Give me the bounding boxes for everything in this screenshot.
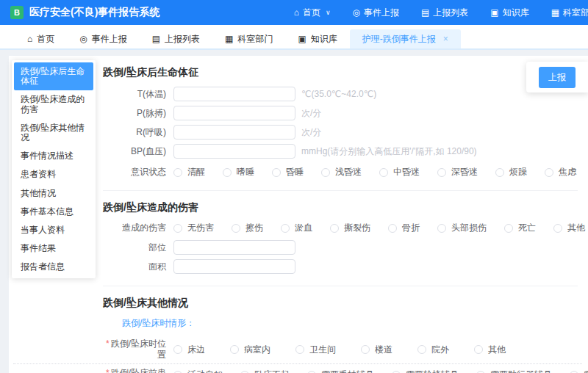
radio-circle-icon[interactable] bbox=[295, 345, 304, 354]
radio-option[interactable]: 需要假肢辅具 bbox=[570, 369, 588, 373]
temperature-input[interactable] bbox=[173, 87, 295, 101]
radio-option[interactable]: 需要助行器辅具 bbox=[476, 369, 552, 373]
radio-circle-icon[interactable] bbox=[281, 224, 290, 233]
radio-option-label: 浅昏迷 bbox=[335, 166, 362, 178]
close-icon[interactable]: × bbox=[443, 34, 448, 44]
area-input[interactable] bbox=[173, 259, 295, 274]
main-content: 跌倒/坠床后生命体征 跌倒/坠床造成的伤害 跌倒/坠床其他情况 事件情况描述 患… bbox=[9, 56, 588, 373]
radio-option[interactable]: 清醒 bbox=[173, 166, 205, 178]
radio-option[interactable]: 病室内 bbox=[230, 344, 270, 356]
radio-circle-icon[interactable] bbox=[330, 224, 339, 233]
radio-option-label: 其他 bbox=[567, 222, 585, 234]
sidebar-item[interactable]: 当事人资料 bbox=[14, 221, 93, 239]
radio-circle-icon[interactable] bbox=[361, 345, 370, 354]
radio-option[interactable]: 擦伤 bbox=[232, 222, 263, 234]
radio-option[interactable]: 烦躁 bbox=[495, 166, 527, 178]
sidebar-item[interactable]: 其他情况 bbox=[14, 184, 93, 203]
radio-option[interactable]: 卧床不起 bbox=[240, 369, 290, 373]
sidebar-item[interactable]: 患者资料 bbox=[14, 165, 93, 184]
radio-circle-icon[interactable] bbox=[321, 168, 330, 177]
radio-option[interactable]: 需要手杖辅具 bbox=[307, 369, 374, 373]
radio-option[interactable]: 需要轮椅辅具 bbox=[392, 369, 459, 373]
field-label: BP(血压) bbox=[103, 146, 173, 157]
radio-option[interactable]: 无伤害 bbox=[173, 222, 214, 234]
radio-option[interactable]: 院外 bbox=[417, 344, 449, 356]
radio-circle-icon[interactable] bbox=[417, 345, 426, 354]
radio-circle-icon[interactable] bbox=[232, 224, 240, 233]
blood-pressure-input[interactable] bbox=[173, 144, 295, 159]
form-row-blood-pressure: BP(血压) mmHg(请分别输入高低压用'/'隔开,如 120/90) bbox=[103, 144, 578, 159]
radio-option[interactable]: 活动自如 bbox=[173, 369, 223, 373]
radio-circle-icon[interactable] bbox=[388, 224, 397, 233]
tab[interactable]: ▤ 上报列表 bbox=[140, 29, 212, 48]
header-nav-item[interactable]: ⌂ 首页 ∨ bbox=[294, 7, 331, 19]
tab[interactable]: 护理-跌倒事件上报 × bbox=[350, 29, 461, 48]
radio-circle-icon[interactable] bbox=[476, 371, 485, 373]
radio-option[interactable]: 床边 bbox=[173, 344, 205, 356]
radio-option[interactable]: 楼道 bbox=[361, 344, 392, 356]
radio-circle-icon[interactable] bbox=[495, 168, 504, 177]
submit-button[interactable]: 上报 bbox=[539, 67, 576, 88]
radio-option[interactable]: 头部损伤 bbox=[437, 222, 487, 234]
header-nav-item[interactable]: ▤ 上报列表 bbox=[421, 7, 468, 19]
radio-circle-icon[interactable] bbox=[545, 168, 553, 177]
radio-circle-icon[interactable] bbox=[230, 345, 239, 354]
fall-circumstance-link[interactable]: 跌倒/坠床时情形： bbox=[122, 317, 578, 330]
pulse-input[interactable] bbox=[173, 106, 295, 120]
radio-circle-icon[interactable] bbox=[173, 345, 182, 354]
radio-option[interactable]: 中昏迷 bbox=[379, 166, 420, 178]
radio-circle-icon[interactable] bbox=[173, 168, 182, 177]
radio-circle-icon[interactable] bbox=[437, 168, 446, 177]
radio-option[interactable]: 其他 bbox=[553, 222, 585, 234]
tab[interactable]: ▦ 科室部门 bbox=[212, 29, 285, 48]
radio-circle-icon[interactable] bbox=[392, 371, 401, 373]
respiration-input[interactable] bbox=[173, 125, 295, 140]
radio-option[interactable]: 深昏迷 bbox=[437, 166, 478, 178]
sidebar-item[interactable]: 跌倒/坠床造成的伤害 bbox=[14, 90, 93, 118]
home-icon: ⌂ bbox=[294, 8, 299, 17]
sidebar-item[interactable]: 跌倒/坠床其他情况 bbox=[14, 119, 93, 147]
bottom-dotted-divider bbox=[13, 363, 582, 364]
radio-option[interactable]: 昏睡 bbox=[272, 166, 304, 178]
tab[interactable]: ⌂ 首页 bbox=[15, 29, 67, 48]
radio-circle-icon[interactable] bbox=[272, 168, 281, 177]
tab[interactable]: ▣ 知识库 bbox=[285, 29, 349, 48]
radio-circle-icon[interactable] bbox=[553, 224, 562, 233]
radio-option[interactable]: 浅昏迷 bbox=[321, 166, 362, 178]
header-nav-label: 事件上报 bbox=[364, 7, 399, 19]
radio-option[interactable]: 嗜睡 bbox=[223, 166, 254, 178]
field-label: T(体温) bbox=[103, 89, 173, 100]
radio-option-label: 卫生间 bbox=[309, 344, 336, 356]
home-icon: ⌂ bbox=[27, 34, 32, 44]
body-part-input[interactable] bbox=[173, 240, 295, 255]
report-list-icon: ▤ bbox=[152, 34, 160, 44]
radio-option[interactable]: 焦虑 bbox=[545, 166, 576, 178]
radio-circle-icon[interactable] bbox=[173, 224, 182, 233]
radio-option[interactable]: 其他 bbox=[474, 344, 506, 356]
radio-circle-icon[interactable] bbox=[504, 224, 513, 233]
department-icon: ▦ bbox=[551, 8, 559, 17]
form-row-injury-type: 造成的伤害 无伤害擦伤淤血撕裂伤骨折头部损伤死亡其他 bbox=[103, 222, 578, 234]
tab[interactable]: ◎ 事件上报 bbox=[67, 29, 139, 48]
radio-circle-icon[interactable] bbox=[437, 224, 446, 233]
sidebar-item[interactable]: 报告者信息 bbox=[14, 258, 93, 276]
radio-option[interactable]: 死亡 bbox=[504, 222, 536, 234]
sidebar-item[interactable]: 跌倒/坠床后生命体征 bbox=[14, 62, 93, 90]
radio-option[interactable]: 卫生间 bbox=[295, 344, 336, 356]
radio-circle-icon[interactable] bbox=[173, 371, 182, 373]
header-nav-item[interactable]: ▦ 科室部门 bbox=[551, 7, 588, 19]
radio-circle-icon[interactable] bbox=[223, 168, 232, 177]
radio-option[interactable]: 骨折 bbox=[388, 222, 420, 234]
header-nav-item[interactable]: ▣ 知识库 bbox=[490, 7, 528, 19]
header-nav-item[interactable]: ◎ 事件上报 bbox=[352, 7, 398, 19]
radio-circle-icon[interactable] bbox=[474, 345, 483, 354]
radio-circle-icon[interactable] bbox=[307, 371, 316, 373]
sidebar-item[interactable]: 事件情况描述 bbox=[14, 147, 93, 165]
radio-option[interactable]: 撕裂伤 bbox=[330, 222, 370, 234]
radio-circle-icon[interactable] bbox=[240, 371, 249, 373]
radio-circle-icon[interactable] bbox=[379, 168, 388, 177]
radio-circle-icon[interactable] bbox=[570, 371, 578, 373]
sidebar-item[interactable]: 事件基本信息 bbox=[14, 203, 93, 221]
sidebar-item[interactable]: 事件结果 bbox=[14, 239, 93, 258]
radio-option[interactable]: 淤血 bbox=[281, 222, 312, 234]
